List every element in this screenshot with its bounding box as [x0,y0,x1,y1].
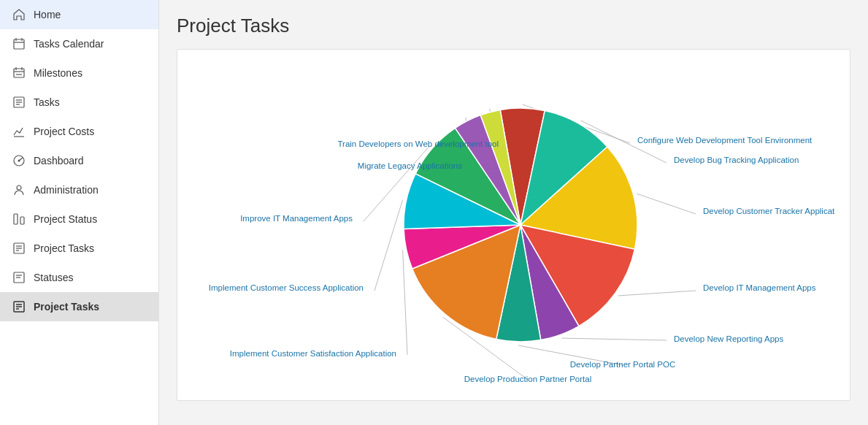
svg-text:Improve IT Management Apps: Improve IT Management Apps [240,214,353,223]
sidebar-item-dashboard-label: Dashboard [34,155,84,166]
svg-text:Implement Customer Success App: Implement Customer Success Application [209,283,364,292]
svg-rect-18 [14,214,18,224]
sidebar-item-project-costs[interactable]: Project Costs [0,117,158,146]
svg-text:Migrate Legacy Applications: Migrate Legacy Applications [358,161,462,170]
sidebar-item-project-tasks-active-label: Project Tasks [34,301,99,313]
ptasks-icon [12,241,26,256]
svg-text:Develop Bug Tracking Applicati: Develop Bug Tracking Application [674,156,799,164]
sidebar-item-tasks-label: Tasks [34,96,60,108]
svg-line-39 [618,291,696,296]
sidebar-item-project-tasks[interactable]: Project Tasks [0,234,158,263]
ptasks2-icon [12,299,26,314]
dashboard-icon [12,153,26,168]
sidebar-item-home-label: Home [34,9,61,20]
sidebar-item-project-status[interactable]: Project Status [0,204,158,234]
sidebar-item-statuses[interactable]: Statuses [0,263,158,292]
sidebar-item-milestones[interactable]: Milestones [0,58,158,88]
sidebar-item-administration[interactable]: Administration [0,175,158,204]
svg-point-16 [18,160,20,162]
svg-text:Implement Customer Satisfactio: Implement Customer Satisfaction Applicat… [230,349,396,358]
calendar-icon [12,37,26,51]
main-content: Project Tasks Configure Web Development … [159,0,868,425]
admin-icon [12,183,26,197]
svg-rect-19 [20,217,24,224]
sidebar-item-home[interactable]: Home [0,0,158,29]
svg-line-38 [561,338,667,340]
statuses-icon [12,270,26,285]
sidebar-item-tasks[interactable]: Tasks [0,88,158,117]
sidebar-item-tasks-calendar[interactable]: Tasks Calendar [0,29,158,58]
svg-text:Configure Web Development Tool: Configure Web Development Tool Environme… [637,136,813,145]
svg-rect-0 [14,39,24,49]
sidebar-item-statuses-label: Statuses [34,272,73,283]
svg-text:Develop Customer Tracker Appli: Develop Customer Tracker Application [703,207,835,215]
page-title: Project Tasks [177,15,850,37]
svg-point-17 [17,185,21,190]
tasks-icon [12,95,26,110]
sidebar-item-dashboard[interactable]: Dashboard [0,146,158,175]
costs-icon [12,124,26,139]
sidebar: Home Tasks Calendar Milestones [0,0,159,425]
sidebar-item-project-tasks-label: Project Tasks [34,242,94,254]
sidebar-item-project-tasks-active[interactable]: Project Tasks [0,292,158,321]
sidebar-item-milestones-label: Milestones [34,67,82,79]
svg-line-34 [375,200,403,291]
svg-line-35 [403,250,407,355]
svg-text:Develop Partner Portal POC: Develop Partner Portal POC [570,360,675,369]
pie-chart: Configure Web Development Tool Environme… [192,64,835,386]
sidebar-item-tasks-calendar-label: Tasks Calendar [34,38,104,50]
svg-text:Train Developers on Web develo: Train Developers on Web development tool [337,139,499,148]
sidebar-item-administration-label: Administration [34,184,99,196]
svg-text:Develop Production Partner Por: Develop Production Partner Portal [464,375,592,383]
svg-text:Develop New Reporting Apps: Develop New Reporting Apps [674,334,783,343]
home-icon [12,7,26,22]
status-icon [12,212,26,226]
sidebar-item-project-status-label: Project Status [34,213,97,225]
svg-rect-4 [14,69,24,77]
svg-text:Develop IT Management Apps: Develop IT Management Apps [703,283,816,292]
milestones-icon [12,66,26,80]
sidebar-item-project-costs-label: Project Costs [34,126,94,137]
svg-line-40 [637,194,696,214]
chart-container: Configure Web Development Tool Environme… [177,49,850,401]
